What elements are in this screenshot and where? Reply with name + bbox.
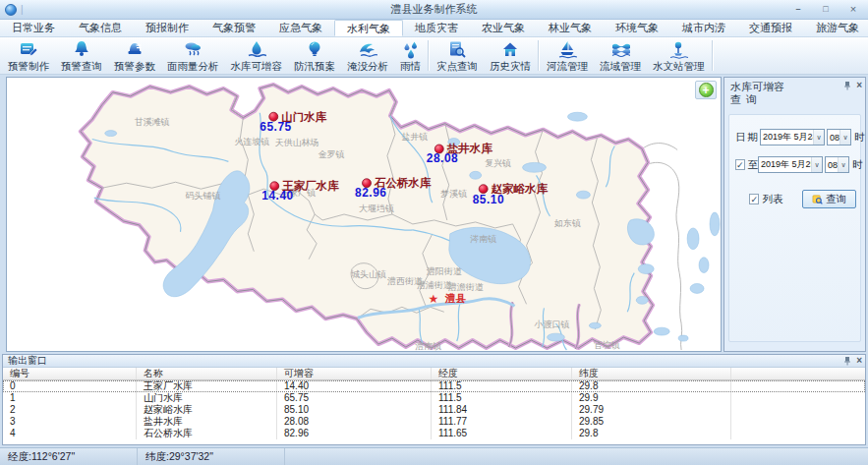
reservoir-value-label: 82.96 (355, 186, 386, 200)
table-cell: 石公桥水库 (137, 428, 277, 439)
map-zoom-control: + (695, 81, 717, 99)
query-button[interactable]: 查询 (802, 190, 856, 208)
minimize-button[interactable] (787, 3, 809, 17)
query-icon (812, 194, 823, 204)
hour-suffix: 时 (852, 158, 863, 172)
menu-tab-weather-info[interactable]: 气象信息 (67, 20, 134, 36)
panel-close-icon[interactable] (856, 81, 862, 90)
column-header[interactable]: 名称 (137, 368, 277, 379)
menu-tab-water-weather[interactable]: 水利气象 (334, 20, 403, 36)
column-header[interactable]: 经度 (432, 368, 572, 379)
table-row[interactable]: 0王家厂水库14.40111.529.8 (3, 380, 865, 392)
panel-title: 水库可增容 (730, 81, 859, 93)
output-window: 输出窗口 编号名称可增容经度纬度 0王家厂水库14.40111.529.81山门… (2, 354, 866, 445)
table-cell: 29.8 (572, 428, 731, 439)
county-star-icon: ★ (428, 292, 438, 306)
map-canvas[interactable]: 甘溪滩镇火连坡镇天供山林场金罗镇盐井镇复兴镇码头铺镇王家厂镇梦溪镇大堰垱镇涔南镇… (6, 77, 722, 352)
from-hour-select[interactable]: 08 (827, 129, 851, 145)
table-cell-filler (731, 404, 865, 416)
ribbon-group-separator (712, 40, 714, 71)
town-label: 天供山林场 (275, 138, 319, 147)
warning-create-label: 预警制作 (8, 60, 49, 74)
output-pin-icon[interactable] (842, 356, 852, 366)
column-header-filler (731, 368, 865, 379)
list-label: 列表 (762, 193, 782, 206)
flood-control-plan-button[interactable]: 防汛预案 (288, 37, 341, 74)
table-cell: 29.9 (572, 392, 731, 404)
menu-tab-forest-weather[interactable]: 林业气象 (537, 20, 604, 36)
area-rainfall-analysis-button[interactable]: 面雨量分析 (161, 37, 225, 74)
menu-tab-urban-flood[interactable]: 城市内涝 (670, 20, 737, 36)
river-management-button[interactable]: 河流管理 (541, 37, 594, 74)
to-date-select[interactable]: 2019年 5月25日 (758, 156, 823, 173)
reservoir-capacity-button[interactable]: 水库可增容 (225, 37, 289, 74)
table-cell-filler (731, 392, 865, 404)
menu-tabs: 日常业务气象信息预报制作气象预警应急气象水利气象地质灾害农业气象林业气象环境气象… (0, 20, 868, 37)
table-cell: 111.5 (432, 392, 572, 404)
from-date-select[interactable]: 2019年 5月24日 (760, 129, 825, 145)
menu-tab-weather-warning[interactable]: 气象预警 (201, 20, 267, 36)
wave-icon (358, 39, 377, 59)
county-map: 甘溪滩镇火连坡镇天供山林场金罗镇盐井镇复兴镇码头铺镇王家厂镇梦溪镇大堰垱镇涔南镇… (7, 78, 721, 351)
warning-params-button[interactable]: 预警参数 (108, 37, 161, 74)
disaster-point-query-button[interactable]: 灾点查询 (431, 37, 484, 74)
alert-edit-icon (19, 39, 38, 59)
table-row[interactable]: 1山门水库65.75111.529.9 (3, 392, 865, 404)
to-hour-select[interactable]: 08 (825, 156, 849, 173)
table-cell: 4 (3, 428, 137, 439)
waves-icon (610, 39, 630, 59)
pin-icon[interactable] (842, 81, 852, 90)
town-label: 澧浦街道 (417, 280, 452, 290)
column-header[interactable]: 可增容 (277, 368, 432, 379)
table-row[interactable]: 4石公桥水库82.96111.6529.8 (3, 428, 865, 439)
warning-create-button[interactable]: 预警制作 (2, 37, 55, 74)
bulb-icon (305, 39, 324, 59)
menu-tab-geo-disaster[interactable]: 地质灾害 (403, 20, 470, 36)
table-cell: 111.77 (432, 416, 572, 428)
menu-tab-traffic-forecast[interactable]: 交通预报 (737, 20, 804, 36)
rain-condition-button[interactable]: 雨情 (394, 37, 427, 74)
town-label: 澧阳街道 (427, 266, 462, 276)
table-cell: 29.8 (572, 380, 731, 392)
ribbon-toolbar: 预警制作预警查询预警参数面雨量分析水库可增容防汛预案淹没分析雨情灾点查询历史灾情… (0, 37, 868, 75)
town-label: 大堰垱镇 (359, 203, 394, 213)
warning-query-button[interactable]: 预警查询 (55, 37, 108, 74)
menu-tab-daily-business[interactable]: 日常业务 (0, 20, 67, 36)
zoom-in-button[interactable]: + (699, 83, 714, 97)
flood-control-plan-label: 防汛预案 (294, 60, 335, 74)
window-title: 澧县业务制作系统 (0, 2, 868, 17)
hour-suffix: 时 (854, 131, 865, 145)
output-close-icon[interactable] (856, 356, 862, 366)
menu-tab-forecast-make[interactable]: 预报制作 (134, 20, 201, 36)
reservoir-value-label: 28.08 (427, 151, 458, 165)
table-cell: 赵家峪水库 (137, 404, 277, 416)
to-date-checkbox[interactable] (735, 159, 745, 170)
ribbon-group-separator (538, 40, 540, 71)
river-management-label: 河流管理 (547, 60, 588, 74)
town-label: 官垸镇 (594, 340, 620, 350)
list-checkbox[interactable] (749, 194, 759, 204)
chevron-down-icon (811, 157, 822, 172)
menu-tab-emergency-weather[interactable]: 应急气象 (267, 20, 334, 36)
ribbon-group-separator (428, 40, 430, 71)
basin-management-button[interactable]: 流域管理 (594, 37, 647, 74)
menu-tab-agri-weather[interactable]: 农业气象 (470, 20, 537, 36)
menu-tab-tourism-weather[interactable]: 旅游气象 (804, 20, 868, 36)
disaster-point-query-label: 灾点查询 (436, 60, 478, 74)
maximize-button[interactable] (815, 3, 837, 17)
table-row[interactable]: 2赵家峪水库85.10111.8429.79 (3, 404, 865, 416)
town-label: 小渡口镇 (535, 320, 570, 329)
menu-tab-env-weather[interactable]: 环境气象 (604, 20, 670, 36)
reservoir-value-label: 85.10 (473, 193, 504, 206)
column-header[interactable]: 编号 (3, 368, 137, 379)
table-cell-filler (731, 428, 865, 439)
close-button[interactable] (842, 3, 864, 17)
history-disaster-button[interactable]: 历史灾情 (484, 37, 537, 74)
inundation-analysis-button[interactable]: 淹没分析 (341, 37, 394, 74)
hydrostation-management-button[interactable]: 水文站管理 (647, 37, 711, 74)
table-row[interactable]: 3盐井水库28.08111.7729.85 (3, 416, 865, 428)
table-cell: 111.5 (432, 380, 572, 392)
history-disaster-label: 历史灾情 (490, 60, 531, 74)
alert-bell-icon (72, 39, 91, 59)
column-header[interactable]: 纬度 (572, 368, 731, 379)
